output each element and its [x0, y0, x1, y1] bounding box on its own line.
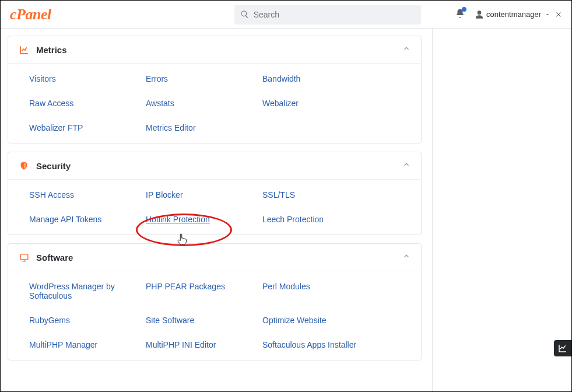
chart-icon [558, 344, 567, 353]
panel-header-metrics[interactable]: Metrics [8, 36, 421, 64]
link-webalizer[interactable]: Webalizer [262, 99, 379, 108]
username-label: contentmanager [486, 10, 541, 19]
link-multiphp-ini-editor[interactable]: MultiPHP INI Editor [146, 340, 262, 349]
search-input[interactable] [254, 10, 415, 19]
content: Metrics Visitors Errors Bandwidth Raw Ac… [1, 29, 432, 391]
notification-dot [462, 7, 466, 12]
notifications-button[interactable] [455, 8, 465, 21]
link-metrics-editor[interactable]: Metrics Editor [146, 123, 262, 132]
link-visitors[interactable]: Visitors [29, 74, 146, 83]
panel-header-software[interactable]: Software [8, 244, 421, 271]
link-php-pear-packages[interactable]: PHP PEAR Packages [146, 282, 262, 300]
software-icon [19, 252, 29, 262]
chevron-up-icon[interactable] [402, 44, 410, 55]
panel-title-security: Security [36, 161, 71, 171]
link-awstats[interactable]: Awstats [146, 99, 262, 108]
search-icon [240, 10, 249, 19]
link-ssl-tls[interactable]: SSL/TLS [262, 190, 379, 200]
stats-float-tab[interactable] [554, 340, 571, 356]
chevron-up-icon[interactable] [402, 252, 410, 262]
panel-security: Security SSH Access IP Blocker SSL/TLS M… [8, 152, 422, 235]
link-errors[interactable]: Errors [146, 74, 262, 83]
link-webalizer-ftp[interactable]: Webalizer FTP [29, 123, 146, 132]
link-manage-api-tokens[interactable]: Manage API Tokens [29, 215, 146, 224]
user-icon [475, 10, 484, 19]
link-ip-blocker[interactable]: IP Blocker [146, 190, 262, 200]
link-bandwidth[interactable]: Bandwidth [262, 74, 379, 83]
link-ssh-access[interactable]: SSH Access [29, 190, 146, 200]
link-raw-access[interactable]: Raw Access [29, 99, 146, 108]
user-menu[interactable]: contentmanager [475, 10, 562, 19]
main: Metrics Visitors Errors Bandwidth Raw Ac… [1, 29, 571, 391]
link-perl-modules[interactable]: Perl Modules [262, 282, 379, 300]
link-leech-protection[interactable]: Leech Protection [262, 215, 379, 224]
link-softaculous-apps-installer[interactable]: Softaculous Apps Installer [262, 340, 379, 349]
panel-software: Software WordPress Manager by Softaculou… [8, 243, 422, 360]
panel-header-security[interactable]: Security [8, 152, 421, 180]
close-icon[interactable] [555, 11, 562, 18]
search-box[interactable] [234, 5, 421, 24]
panel-title-metrics: Metrics [36, 45, 67, 55]
topbar: cPanel contentmanager [1, 1, 571, 29]
link-hotlink-protection[interactable]: Hotlink Protection [146, 215, 262, 224]
right-sidebar [432, 29, 571, 391]
link-site-software[interactable]: Site Software [146, 316, 262, 325]
chevron-up-icon[interactable] [402, 160, 410, 171]
metrics-icon [19, 44, 29, 55]
link-wordpress-manager[interactable]: WordPress Manager by Softaculous [29, 282, 128, 300]
link-rubygems[interactable]: RubyGems [29, 316, 146, 325]
security-icon [19, 160, 29, 171]
cpanel-logo[interactable]: cPanel [10, 6, 51, 23]
panel-metrics: Metrics Visitors Errors Bandwidth Raw Ac… [8, 36, 422, 144]
link-optimize-website[interactable]: Optimize Website [262, 316, 379, 325]
link-multiphp-manager[interactable]: MultiPHP Manager [29, 340, 146, 349]
svg-rect-0 [20, 254, 28, 259]
caret-down-icon [545, 12, 550, 18]
panel-title-software: Software [36, 253, 73, 262]
